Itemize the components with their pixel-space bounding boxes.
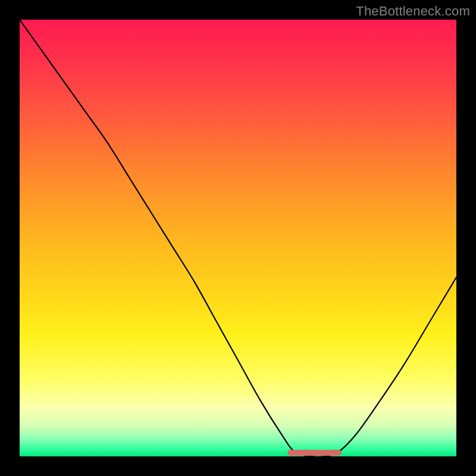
bottleneck-curve [20, 20, 456, 456]
curve-svg [20, 20, 456, 456]
watermark-text: TheBottleneck.com [356, 4, 470, 19]
plot-area [20, 20, 456, 456]
chart-frame: TheBottleneck.com [0, 0, 476, 476]
